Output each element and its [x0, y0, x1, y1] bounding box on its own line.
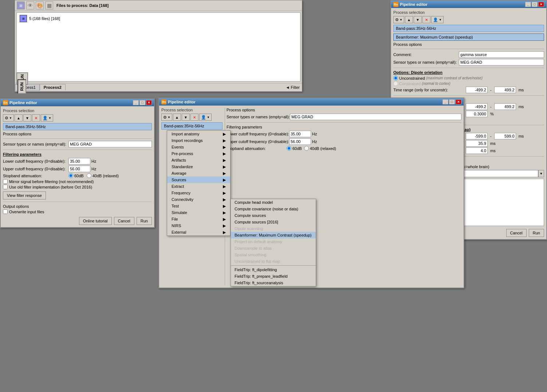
menu-connectivity[interactable]: Connectivity ▶ [167, 196, 230, 203]
maximize-btn-left[interactable]: □ [139, 100, 145, 105]
run-btn-right[interactable]: Run [529, 229, 544, 237]
menu-preprocess[interactable]: Pre-process ▶ [167, 150, 230, 157]
move-down-btn-right[interactable]: ▼ [414, 16, 422, 23]
add-process-btn-mid[interactable]: ⚙▼ [161, 114, 172, 121]
delete-btn-mid[interactable]: ✕ [190, 114, 198, 121]
radio-40db-mid-input[interactable] [304, 146, 309, 151]
menu-average[interactable]: Average ▶ [167, 170, 230, 177]
radio-60db-mid[interactable]: 60dB [287, 146, 302, 151]
options-btn-left[interactable]: 👤▼ [41, 114, 53, 122]
run-side-button[interactable]: RUN [17, 79, 26, 94]
sensor-input-mid[interactable] [290, 114, 461, 120]
move-down-btn-mid[interactable]: ▼ [182, 114, 190, 121]
menu-file[interactable]: File ▶ [167, 216, 230, 222]
tab-process2[interactable]: Process2 [40, 84, 66, 91]
time-from-unconstr[interactable] [466, 87, 488, 93]
options-btn-mid[interactable]: 👤▼ [199, 114, 212, 121]
add-process-btn[interactable]: ⚙▼ [3, 114, 14, 122]
move-up-btn-left[interactable]: ▲ [15, 114, 23, 122]
run-btn-left[interactable]: Run [137, 217, 152, 225]
add-process-btn-right[interactable]: ⚙▼ [393, 16, 404, 23]
mirror-checkbox[interactable] [3, 179, 8, 184]
minimize-btn-right[interactable]: _ [525, 2, 531, 7]
radio-40db[interactable]: 40dB (relaxed) [87, 173, 119, 178]
doi-to[interactable] [494, 133, 516, 139]
cancel-btn-left[interactable]: Cancel [114, 217, 134, 225]
time-to-unconstr[interactable] [494, 87, 516, 93]
upper-cutoff-mid-input[interactable] [289, 138, 311, 145]
overwrite-checkbox[interactable] [3, 209, 8, 214]
menu-import-anatomy[interactable]: Import anatomy ▶ [167, 131, 230, 137]
file-icon-2[interactable]: 👁 [26, 1, 34, 9]
submenu-compute-sources[interactable]: Compute sources [231, 212, 316, 219]
menu-extract[interactable]: Extract ▶ [167, 183, 230, 190]
radio-40db-input[interactable] [87, 173, 91, 178]
radio-constrained[interactable]: Constrained (normal to cortex) [393, 81, 450, 86]
bs-logo-right: Bs [393, 2, 398, 7]
move-up-btn-mid[interactable]: ▲ [173, 114, 181, 121]
file-icon-3[interactable]: 🎨 [36, 1, 44, 9]
submenu-ft-dipolefitting[interactable]: FieldTrip: ft_dipolefitting [231, 266, 316, 273]
maximize-btn-right[interactable]: □ [532, 2, 538, 7]
file-icon-4[interactable]: ▦ [45, 1, 53, 9]
sliding-window-input[interactable] [466, 140, 488, 147]
step-input[interactable] [466, 147, 488, 154]
sensor-input-right[interactable] [459, 59, 544, 66]
radio-60db[interactable]: 60dB [68, 173, 84, 178]
close-btn-left[interactable]: ✕ [146, 100, 152, 105]
menu-sources[interactable]: Sources ▶ [167, 177, 230, 183]
sensor-label-mid: Sensor types or names (empty=all): [227, 115, 290, 119]
sensor-input-left[interactable] [68, 141, 152, 147]
radio-60db-mid-input[interactable] [287, 146, 291, 151]
time-from-spatial[interactable] [466, 103, 488, 110]
submenu-beamformer[interactable]: Beamformer: Maximum Contrast (speedup) [231, 232, 316, 238]
selected-process-right: Beamformer: Maximum Contrast (speedup) [393, 33, 544, 41]
old-filter-checkbox[interactable] [3, 185, 8, 189]
submenu-spatial-smoothing: Spatial smoothing [231, 252, 316, 258]
radio-60db-input[interactable] [68, 173, 73, 178]
close-btn-mid[interactable]: ✕ [456, 99, 461, 104]
cancel-btn-right[interactable]: Cancel [506, 229, 527, 237]
submenu-compute-head-model[interactable]: Compute head model [231, 199, 316, 206]
delete-btn-right[interactable]: ✕ [422, 16, 430, 23]
time-to-spatial[interactable] [494, 103, 516, 110]
menu-standardize[interactable]: Standardize ▶ [167, 163, 230, 170]
submenu-ft-prepare-leadfield[interactable]: FieldTrip: ft_prepare_leadfield [231, 273, 316, 280]
filter-label[interactable]: ◄ Filter [284, 84, 302, 90]
file-browser-window: ⊞ 👁 🎨 ▦ Files to process: Data [168] ⊞ 5… [15, 0, 302, 92]
options-btn-right[interactable]: 👤▼ [431, 16, 444, 23]
menu-test[interactable]: Test ▶ [167, 203, 230, 209]
radio-40db-mid[interactable]: 40dB (relaxed) [304, 146, 336, 151]
submenu-compute-sources-2016[interactable]: Compute sources [2016] [231, 219, 316, 225]
lower-cutoff-input[interactable] [68, 158, 90, 165]
submenu-compute-covariance[interactable]: Compute covariance (noise or data) [231, 206, 316, 212]
menu-import-recordings[interactable]: Import recordings ▶ [167, 137, 230, 144]
menu-simulate[interactable]: Simulate ▶ [167, 209, 230, 216]
delete-btn-left[interactable]: ✕ [32, 114, 40, 122]
radio-unconstrained[interactable]: Unconstrained (maximum contrast of activ… [393, 76, 483, 80]
submenu-ft-sourceanalysis[interactable]: FieldTrip: ft_sourceanalysis [231, 280, 316, 286]
maximize-btn-mid[interactable]: □ [449, 99, 455, 104]
online-tutorial-btn-left[interactable]: Online tutorial [79, 217, 112, 225]
menu-events[interactable]: Events ▶ [167, 144, 230, 150]
view-filter-btn[interactable]: View filter response [3, 191, 46, 199]
close-btn-right[interactable]: ✕ [538, 2, 544, 7]
file-icon-1[interactable]: ⊞ [17, 1, 25, 9]
upper-cutoff-input[interactable] [68, 166, 90, 172]
minimize-btn-left[interactable]: _ [133, 100, 139, 105]
comment-input[interactable] [459, 51, 544, 58]
lower-cutoff-mid-input[interactable] [289, 131, 311, 137]
radio-unconstrained-input[interactable] [393, 76, 398, 80]
menu-external[interactable]: External ▶ [167, 229, 230, 235]
scouts-dropdown-arrow[interactable]: ▼ [538, 170, 544, 177]
minimize-btn-mid[interactable]: _ [442, 99, 448, 104]
menu-artifacts[interactable]: Artifacts ▶ [167, 157, 230, 163]
menu-nirs[interactable]: NIRS ▶ [167, 222, 230, 229]
menu-frequency[interactable]: Frequency ▶ [167, 190, 230, 196]
reg-param-input[interactable] [466, 111, 488, 117]
time-unit-spatial: ms [519, 104, 524, 109]
upper-cutoff-label: Upper cutoff frequency (0=disable): [3, 167, 68, 171]
doi-from[interactable] [466, 133, 488, 139]
move-down-btn-left[interactable]: ▼ [23, 114, 31, 122]
move-up-btn-right[interactable]: ▲ [405, 16, 413, 23]
